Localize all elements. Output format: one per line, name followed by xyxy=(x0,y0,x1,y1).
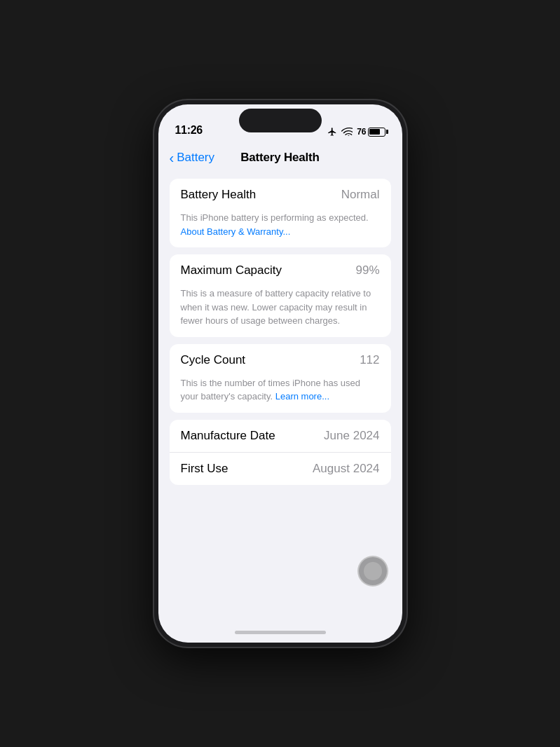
manufacture-date-row: Manufacture Date June 2024 xyxy=(170,420,391,452)
nav-bar: ‹ Battery Battery Health xyxy=(158,142,402,173)
assistive-touch-button[interactable] xyxy=(357,556,388,587)
status-time: 11:26 xyxy=(175,124,203,137)
cycle-count-row: Cycle Count 112 xyxy=(170,344,391,376)
phone-frame: 11:26 76 xyxy=(154,100,407,647)
cycle-count-desc-text: This is the number of times iPhone has u… xyxy=(181,378,361,402)
battery-indicator: 76 xyxy=(357,127,385,137)
first-use-value: August 2024 xyxy=(313,462,379,476)
battery-warranty-link[interactable]: About Battery & Warranty... xyxy=(181,226,291,237)
home-bar xyxy=(235,631,326,634)
max-capacity-label: Maximum Capacity xyxy=(181,263,282,277)
phone-wrapper: 11:26 76 xyxy=(154,100,407,647)
maximum-capacity-card: Maximum Capacity 99% This is a measure o… xyxy=(170,254,391,337)
back-chevron-icon: ‹ xyxy=(170,151,175,165)
assistive-touch-inner xyxy=(364,562,382,580)
max-capacity-value: 99% xyxy=(355,263,379,277)
cycle-count-label: Cycle Count xyxy=(181,353,246,367)
first-use-row: First Use August 2024 xyxy=(170,452,391,485)
home-indicator[interactable] xyxy=(158,622,402,643)
first-use-label: First Use xyxy=(181,462,228,476)
battery-icon xyxy=(368,128,385,137)
manufacture-date-label: Manufacture Date xyxy=(181,429,275,443)
dynamic-island xyxy=(239,109,322,132)
battery-health-row: Battery Health Normal xyxy=(170,179,391,211)
battery-health-value: Normal xyxy=(341,188,380,202)
max-capacity-description: This is a measure of battery capacity re… xyxy=(170,287,391,337)
max-capacity-desc-text: This is a measure of battery capacity re… xyxy=(181,288,371,326)
battery-percent: 76 xyxy=(357,127,366,137)
battery-fill xyxy=(369,129,380,135)
cycle-count-description: This is the number of times iPhone has u… xyxy=(170,376,391,413)
cycle-count-value: 112 xyxy=(360,353,379,367)
back-button[interactable]: ‹ Battery xyxy=(170,151,215,165)
battery-health-description: This iPhone battery is performing as exp… xyxy=(170,211,391,247)
content-area: Battery Health Normal This iPhone batter… xyxy=(158,173,402,622)
dates-card: Manufacture Date June 2024 First Use Aug… xyxy=(170,420,391,485)
back-label: Battery xyxy=(177,151,214,165)
battery-health-label: Battery Health xyxy=(181,188,257,202)
phone-screen: 11:26 76 xyxy=(158,104,402,643)
airplane-icon xyxy=(327,127,337,137)
nav-title: Battery Health xyxy=(240,151,319,165)
manufacture-date-value: June 2024 xyxy=(324,429,379,443)
battery-health-card: Battery Health Normal This iPhone batter… xyxy=(170,179,391,247)
learn-more-link[interactable]: Learn more... xyxy=(275,391,329,402)
wifi-icon xyxy=(341,128,353,136)
battery-health-desc-text: This iPhone battery is performing as exp… xyxy=(181,212,369,223)
cycle-count-card: Cycle Count 112 This is the number of ti… xyxy=(170,344,391,413)
status-icons: 76 xyxy=(327,127,385,137)
maximum-capacity-row: Maximum Capacity 99% xyxy=(170,254,391,287)
svg-point-0 xyxy=(348,135,350,136)
